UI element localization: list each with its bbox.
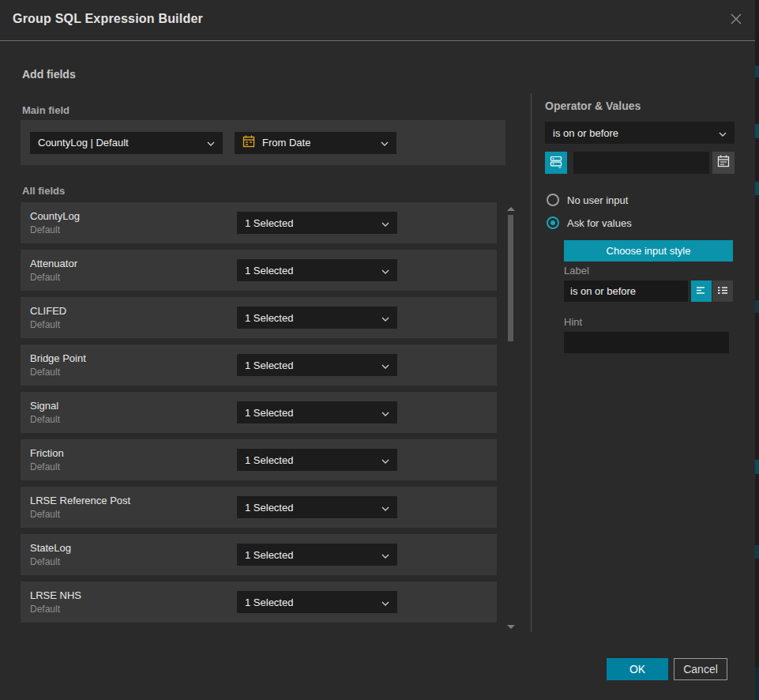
- operator-select-value: is on or before: [553, 127, 618, 139]
- no-user-input-option[interactable]: No user input: [547, 194, 628, 206]
- field-subtitle: Default: [30, 224, 237, 235]
- field-count-value: 1 Selected: [245, 502, 293, 514]
- list-style-button[interactable]: [712, 280, 733, 302]
- field-meta: Attenuator Default: [30, 258, 237, 283]
- field-count-value: 1 Selected: [245, 407, 293, 419]
- field-subtitle: Default: [30, 414, 237, 425]
- radio-selected-icon: [547, 216, 559, 229]
- close-button[interactable]: [727, 12, 745, 29]
- field-subtitle: Default: [30, 509, 237, 520]
- field-row: LRSE Reference Post Default 1 Selected: [21, 487, 497, 528]
- field-count-value: 1 Selected: [245, 217, 293, 229]
- field-meta: StateLog Default: [30, 542, 237, 567]
- field-name: CountyLog: [30, 210, 237, 222]
- scrollbar-up-arrow[interactable]: [507, 207, 515, 211]
- panel-divider: [531, 93, 532, 632]
- ask-for-values-option[interactable]: Ask for values: [547, 216, 632, 229]
- field-meta: Bridge Point Default: [30, 352, 237, 378]
- field-select-value: From Date: [262, 137, 310, 149]
- field-subtitle: Default: [30, 367, 237, 378]
- chevron-down-icon: [719, 127, 727, 139]
- field-row: Bridge Point Default 1 Selected: [21, 344, 497, 386]
- field-count-select[interactable]: 1 Selected: [237, 259, 397, 281]
- field-row: StateLog Default 1 Selected: [21, 534, 497, 575]
- chevron-down-icon: [381, 265, 389, 277]
- hint-field-label: Hint: [564, 316, 582, 328]
- chevron-down-icon: [381, 407, 389, 419]
- label-field-label: Label: [564, 265, 589, 277]
- align-left-style-button[interactable]: [691, 280, 712, 302]
- ask-for-values-label: Ask for values: [567, 217, 632, 229]
- field-count-select[interactable]: 1 Selected: [237, 307, 397, 329]
- field-row: Friction Default 1 Selected: [21, 439, 497, 480]
- field-name: Bridge Point: [30, 352, 237, 364]
- list-icon: [717, 284, 728, 299]
- field-count-select[interactable]: 1 Selected: [237, 496, 397, 518]
- field-count-select[interactable]: 1 Selected: [237, 354, 397, 376]
- chevron-down-icon: [381, 549, 389, 561]
- label-style-buttons: [691, 280, 733, 302]
- field-subtitle: Default: [30, 319, 237, 330]
- field-row: Signal Default 1 Selected: [21, 392, 497, 433]
- field-count-select[interactable]: 1 Selected: [237, 591, 397, 613]
- chevron-down-icon: [381, 217, 389, 229]
- add-fields-heading: Add fields: [22, 68, 76, 81]
- main-field-panel: CountyLog | Default F: [21, 120, 505, 165]
- field-subtitle: Default: [30, 604, 237, 615]
- field-name: CLIFED: [30, 305, 237, 317]
- close-icon: [730, 13, 742, 28]
- field-name: StateLog: [30, 542, 237, 554]
- layer-select[interactable]: CountyLog | Default: [30, 132, 223, 154]
- ok-button[interactable]: OK: [607, 658, 668, 680]
- stacked-values-icon: [550, 155, 563, 171]
- chevron-down-icon: [381, 502, 389, 514]
- field-name: Attenuator: [30, 258, 237, 269]
- field-name: Friction: [30, 447, 237, 459]
- calendar-icon: [242, 135, 255, 150]
- field-row: CLIFED Default 1 Selected: [21, 297, 497, 338]
- field-subtitle: Default: [30, 461, 237, 472]
- scrollbar-thumb[interactable]: [508, 215, 513, 341]
- field-count-value: 1 Selected: [245, 597, 293, 608]
- field-count-select[interactable]: 1 Selected: [237, 401, 397, 423]
- layer-select-value: CountyLog | Default: [38, 137, 129, 149]
- operator-select[interactable]: is on or before: [545, 122, 735, 144]
- field-count-select[interactable]: 1 Selected: [237, 212, 397, 234]
- field-count-value: 1 Selected: [245, 549, 293, 561]
- field-meta: LRSE Reference Post Default: [30, 495, 237, 520]
- dialog-title: Group SQL Expression Builder: [13, 12, 203, 26]
- field-count-select[interactable]: 1 Selected: [237, 544, 397, 566]
- date-picker-button[interactable]: [712, 152, 735, 174]
- chevron-down-icon: [381, 597, 389, 608]
- field-name: Signal: [30, 400, 237, 412]
- align-left-icon: [696, 284, 707, 299]
- operator-values-label: Operator & Values: [545, 100, 641, 112]
- chevron-down-icon: [381, 137, 389, 149]
- field-count-select[interactable]: 1 Selected: [237, 449, 397, 471]
- chevron-down-icon: [207, 137, 215, 149]
- chevron-down-icon: [381, 454, 389, 466]
- dialog-titlebar: Group SQL Expression Builder: [0, 0, 755, 41]
- cancel-button[interactable]: Cancel: [674, 658, 727, 680]
- label-input[interactable]: [564, 280, 688, 302]
- field-count-value: 1 Selected: [245, 265, 293, 277]
- field-name: LRSE NHS: [30, 589, 237, 601]
- chevron-down-icon: [381, 359, 389, 371]
- field-count-value: 1 Selected: [245, 359, 293, 371]
- field-subtitle: Default: [30, 272, 237, 283]
- value-input[interactable]: [573, 152, 709, 174]
- scrollbar-down-arrow[interactable]: [507, 625, 515, 629]
- field-select[interactable]: From Date: [235, 132, 396, 154]
- choose-input-style-button[interactable]: Choose input style: [564, 240, 733, 262]
- value-type-button[interactable]: [545, 152, 567, 174]
- field-meta: CLIFED Default: [30, 305, 237, 330]
- radio-unselected-icon: [547, 194, 559, 206]
- app-edge-strip: [755, 0, 759, 700]
- field-count-value: 1 Selected: [245, 312, 293, 324]
- calendar-icon: [717, 155, 730, 171]
- hint-input[interactable]: [564, 332, 729, 353]
- field-row: LRSE NHS Default 1 Selected: [21, 581, 497, 623]
- chevron-down-icon: [381, 312, 389, 324]
- all-fields-label: All fields: [22, 185, 65, 197]
- field-row: Attenuator Default 1 Selected: [21, 250, 497, 291]
